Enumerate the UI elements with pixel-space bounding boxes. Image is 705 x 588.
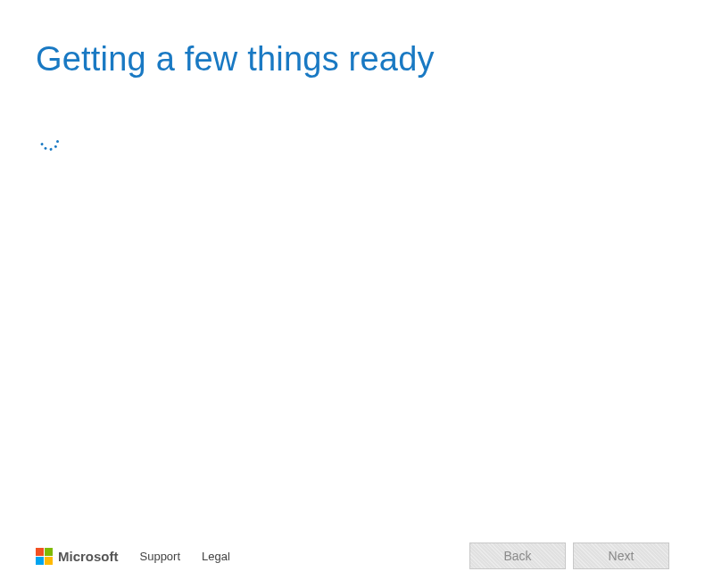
brand-name: Microsoft [58, 549, 119, 564]
footer-right: Back Next [469, 542, 669, 569]
spinner-icon [39, 132, 59, 152]
microsoft-logo-icon [36, 548, 53, 565]
next-button[interactable]: Next [573, 542, 669, 569]
page-title: Getting a few things ready [36, 39, 669, 80]
main-content: Getting a few things ready [0, 0, 705, 152]
back-button[interactable]: Back [469, 542, 566, 569]
brand-block: Microsoft [36, 548, 119, 565]
footer-bar: Microsoft Support Legal Back Next [0, 524, 705, 588]
footer-left: Microsoft Support Legal [36, 548, 230, 565]
loading-spinner [39, 132, 669, 152]
legal-link[interactable]: Legal [202, 550, 230, 563]
support-link[interactable]: Support [140, 550, 181, 563]
